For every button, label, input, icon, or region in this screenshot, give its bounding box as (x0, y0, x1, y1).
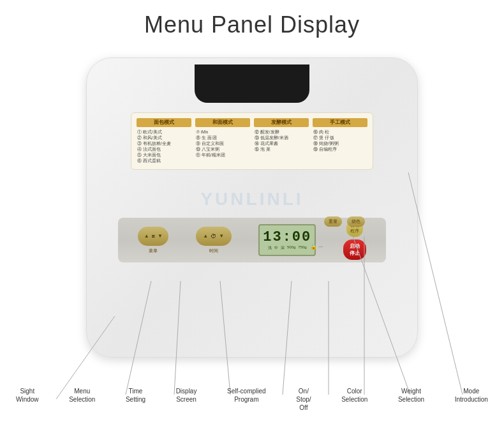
label-display-screen: Display Screen (176, 387, 197, 412)
menu-col-header: 和面模式 (195, 118, 250, 127)
menu-col-item: ④ 法式面包 (137, 146, 191, 152)
menu-col-item: ⑥ 西式蛋糕 (137, 158, 191, 163)
menu-column: 面包模式① 欧式/美式② 和风/美式③ 有机故粮/全麦④ 法式面包⑤ 大米面包⑥… (135, 117, 193, 165)
indicator-500g: 500g (287, 245, 295, 251)
label-mode-introduction: Mode Introduction (455, 387, 488, 412)
page-title: Menu Panel Display (144, 11, 360, 38)
indicator-750g: 750g (298, 245, 306, 251)
menu-col-item: ⑦ iMix (195, 129, 250, 135)
time-up-icon: ▲ (203, 233, 208, 239)
start-button[interactable]: 启动停止 (343, 239, 366, 260)
label-on-stop-off: On/ Stop/ Off (296, 387, 311, 412)
menu-col-header: 手工模式 (313, 118, 367, 127)
menu-col-item: ⑯ 肉 松 (313, 129, 367, 135)
menu-icon: ≡ (152, 233, 155, 239)
label-weight-selection: Weight Selection (398, 387, 424, 412)
time-down-icon: ▼ (219, 233, 224, 239)
menu-column: 和面模式⑦ iMix⑧ 生 面 团⑨ 自定义和面⑩ 八宝米粥⑪ 年糕/糯米团 (194, 117, 251, 165)
label-menu-selection: Menu Selection (69, 387, 95, 412)
label-time-setting: Time Setting (126, 387, 145, 412)
menu-col-item: ⑬ 低温发酵/米酒 (254, 135, 309, 140)
menu-col-item: ⑨ 自定义和面 (195, 140, 250, 146)
menu-col-item: ③ 有机故粮/全麦 (137, 140, 191, 146)
menu-column: 发酵模式⑫ 醒发/发酵⑬ 低温发酵/米酒⑭ 花式果酱⑮ 泡 菜 (253, 117, 310, 165)
menu-col-header: 发酵模式 (254, 118, 309, 127)
lcd-time: 13:00 (263, 229, 311, 245)
menu-label: 菜单 (149, 248, 158, 254)
color-button[interactable]: 烧色 (347, 216, 365, 227)
menu-col-item: ⑫ 醒发/发酵 (254, 129, 309, 135)
time-btn-group: ▲ ⏱ ▼ 时间 (196, 227, 232, 254)
menu-col-item: ⑮ 泡 菜 (254, 146, 309, 152)
menu-col-item: ② 和风/美式 (137, 135, 191, 140)
menu-button[interactable]: ▲ ≡ ▼ (138, 227, 168, 246)
label-color-selection: Color Selection (341, 387, 367, 412)
weight-color-row: 重量 烧色 (324, 216, 365, 227)
menu-col-item: ① 欧式/美式 (137, 129, 191, 135)
menu-btn-group: ▲ ≡ ▼ 菜单 (138, 227, 168, 254)
menu-column: 手工模式⑯ 肉 松⑰ 煲 仔 饭⑱ 炖烧/粥/粥⑲ 自编程序 (311, 117, 369, 165)
top-screen (195, 64, 309, 103)
menu-col-item: ⑱ 炖烧/粥/粥 (313, 140, 367, 146)
down-arrow-icon: ▼ (158, 233, 163, 239)
menu-col-header: 面包模式 (137, 118, 191, 127)
label-sight-window: Sight Window (16, 387, 39, 412)
menu-col-item: ⑤ 大米面包 (137, 152, 191, 158)
time-button[interactable]: ▲ ⏱ ▼ (196, 227, 232, 246)
indicator-medium: 中 (274, 245, 278, 251)
diagram-container: 面包模式① 欧式/美式② 和风/美式③ 有机故粮/全麦④ 法式面包⑤ 大米面包⑥… (3, 45, 501, 415)
lock-icon: 🔒 ─ (310, 243, 323, 250)
labels-row: Sight Window Menu Selection Time Setting… (3, 387, 501, 412)
label-self-complied: Self-complied Program (227, 387, 266, 412)
indicator-light: 浅 (268, 245, 272, 251)
menu-col-item: ⑭ 花式果酱 (254, 140, 309, 146)
weight-button[interactable]: 重量 (324, 216, 342, 227)
menu-col-item: ⑲ 自编程序 (313, 146, 367, 152)
up-arrow-icon: ▲ (144, 233, 149, 239)
indicator-dark: 深 (281, 245, 285, 251)
menu-col-item: ⑪ 年糕/糯米团 (195, 152, 250, 158)
menu-col-item: ⑧ 生 面 团 (195, 135, 250, 140)
lcd-display: 13:00 浅 中 深 500g 750g (258, 224, 316, 256)
menu-col-item: ⑰ 煲 仔 饭 (313, 135, 367, 140)
menu-col-item: ⑩ 八宝米粥 (195, 146, 250, 152)
time-label: 时间 (209, 248, 218, 254)
watermark: YUNLINLI (200, 189, 303, 209)
lcd-indicators: 浅 中 深 500g 750g (268, 245, 307, 251)
clock-icon: ⏱ (211, 233, 216, 239)
menu-panel: 面包模式① 欧式/美式② 和风/美式③ 有机故粮/全麦④ 法式面包⑤ 大米面包⑥… (131, 112, 373, 170)
machine-body: 面包模式① 欧式/美式② 和风/美式③ 有机故粮/全麦④ 法式面包⑤ 大米面包⑥… (86, 57, 418, 358)
